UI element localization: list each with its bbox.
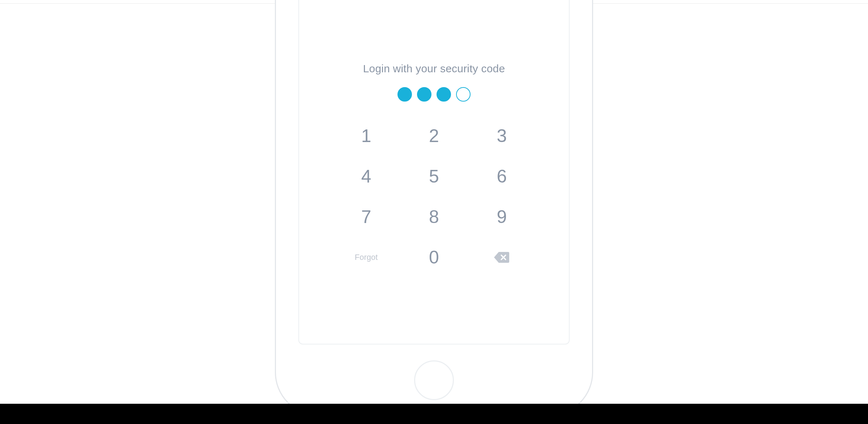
bottom-bar <box>0 404 868 424</box>
key-9[interactable]: 9 <box>468 208 536 226</box>
phone-frame: Login with your security code 1 2 3 4 5 … <box>275 0 593 416</box>
key-8[interactable]: 8 <box>400 208 468 226</box>
pin-dot-2 <box>417 87 431 102</box>
forgot-button[interactable]: Forgot <box>332 253 400 262</box>
key-6[interactable]: 6 <box>468 167 536 185</box>
key-4[interactable]: 4 <box>332 167 400 185</box>
pin-dot-4 <box>456 87 471 102</box>
key-7[interactable]: 7 <box>332 208 400 226</box>
key-1[interactable]: 1 <box>332 127 400 145</box>
login-prompt: Login with your security code <box>299 63 569 75</box>
key-2[interactable]: 2 <box>400 127 468 145</box>
keypad: 1 2 3 4 5 6 7 8 9 Forgot 0 <box>332 127 536 266</box>
key-0[interactable]: 0 <box>400 248 468 266</box>
home-button[interactable] <box>414 360 454 400</box>
backspace-icon <box>494 251 510 264</box>
key-5[interactable]: 5 <box>400 167 468 185</box>
pin-indicator <box>299 87 569 102</box>
backspace-button[interactable] <box>468 251 536 264</box>
key-3[interactable]: 3 <box>468 127 536 145</box>
pin-dot-3 <box>437 87 451 102</box>
pin-dot-1 <box>397 87 412 102</box>
screen-panel: Login with your security code 1 2 3 4 5 … <box>298 0 570 344</box>
